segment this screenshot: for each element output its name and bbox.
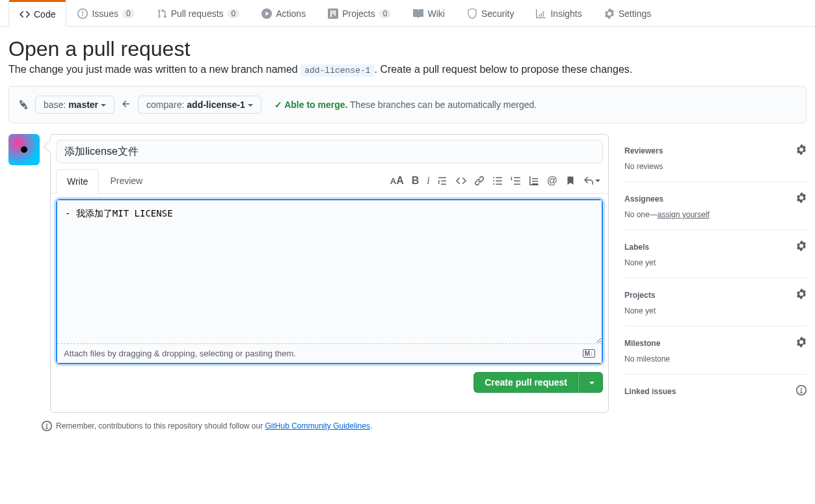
milestone-section: Milestone No milestone bbox=[624, 326, 807, 375]
base-branch-button[interactable]: base: master bbox=[35, 96, 114, 114]
tab-projects[interactable]: Projects 0 bbox=[317, 0, 402, 26]
merge-status: ✓ Able to merge. These branches can be a… bbox=[274, 99, 537, 110]
contribution-hint: Remember, contributions to this reposito… bbox=[42, 421, 815, 431]
assignees-gear[interactable] bbox=[796, 192, 807, 205]
create-pr-button[interactable]: Create pull request bbox=[474, 372, 578, 393]
shield-icon bbox=[467, 8, 477, 19]
projects-gear[interactable] bbox=[796, 289, 807, 301]
reviewers-gear[interactable] bbox=[796, 144, 807, 157]
labels-section: Labels None yet bbox=[624, 230, 807, 278]
reviewers-title: Reviewers bbox=[624, 146, 663, 155]
check-icon: ✓ bbox=[274, 99, 282, 110]
tab-insights[interactable]: Insights bbox=[525, 0, 593, 26]
code-icon bbox=[20, 9, 30, 20]
heading-button[interactable]: AA bbox=[390, 175, 404, 187]
tab-issues-label: Issues bbox=[92, 8, 118, 19]
italic-button[interactable]: i bbox=[427, 175, 429, 187]
tab-pulls-label: Pull requests bbox=[171, 8, 224, 19]
arrow-left-icon bbox=[121, 99, 131, 111]
tab-wiki[interactable]: Wiki bbox=[402, 0, 455, 26]
tab-insights-label: Insights bbox=[550, 8, 581, 19]
tab-settings[interactable]: Settings bbox=[593, 0, 663, 26]
pr-body-textarea[interactable] bbox=[57, 200, 602, 343]
ol-button[interactable] bbox=[511, 175, 521, 187]
compare-icon bbox=[18, 99, 29, 110]
issue-icon bbox=[77, 8, 88, 19]
reviewers-section: Reviewers No reviews bbox=[624, 134, 807, 182]
tab-actions-label: Actions bbox=[276, 8, 306, 19]
milestone-value: No milestone bbox=[624, 354, 807, 364]
compare-branch-button[interactable]: compare: add-license-1 bbox=[138, 96, 261, 114]
projects-value: None yet bbox=[624, 306, 807, 315]
quote-button[interactable] bbox=[438, 175, 448, 187]
tab-wiki-label: Wiki bbox=[427, 8, 444, 19]
page-subtitle: The change you just made was written to … bbox=[8, 64, 807, 75]
linked-issues-title: Linked issues bbox=[624, 387, 676, 396]
labels-value: None yet bbox=[624, 258, 807, 267]
assignees-value: No one—assign yourself bbox=[624, 210, 807, 219]
tab-settings-label: Settings bbox=[619, 8, 652, 19]
user-avatar[interactable] bbox=[8, 134, 40, 165]
milestone-title: Milestone bbox=[624, 339, 660, 348]
write-tab[interactable]: Write bbox=[56, 169, 99, 194]
tab-projects-label: Projects bbox=[342, 8, 375, 19]
tab-code[interactable]: Code bbox=[8, 0, 66, 27]
mention-button[interactable]: @ bbox=[547, 175, 557, 187]
attach-bar[interactable]: Attach files by dragging & dropping, sel… bbox=[57, 343, 602, 363]
caret-icon bbox=[248, 104, 253, 107]
code-button[interactable] bbox=[456, 175, 466, 187]
tab-actions[interactable]: Actions bbox=[250, 0, 317, 26]
reply-button[interactable] bbox=[583, 175, 600, 187]
compare-bar: base: master compare: add-license-1 ✓ Ab… bbox=[8, 86, 807, 124]
book-icon bbox=[413, 8, 423, 19]
tasklist-button[interactable] bbox=[529, 175, 539, 187]
page-header: Open a pull request The change you just … bbox=[0, 27, 815, 75]
md-toolbar: AA B i @ bbox=[390, 175, 603, 187]
repo-tabs: Code Issues 0 Pull requests 0 Actions Pr… bbox=[0, 0, 815, 27]
pr-form: Write Preview AA B i bbox=[50, 134, 609, 413]
ul-button[interactable] bbox=[492, 175, 503, 187]
tab-issues[interactable]: Issues 0 bbox=[66, 0, 145, 26]
project-icon bbox=[328, 8, 338, 19]
pr-title-input[interactable] bbox=[56, 140, 603, 163]
caret-icon bbox=[589, 382, 595, 384]
pr-icon bbox=[157, 8, 167, 19]
projects-section: Projects None yet bbox=[624, 278, 807, 326]
assign-yourself-link[interactable]: assign yourself bbox=[658, 210, 710, 219]
markdown-icon[interactable]: M↓ bbox=[583, 349, 595, 358]
pulls-count: 0 bbox=[228, 9, 240, 18]
caret-icon bbox=[101, 104, 106, 107]
milestone-gear[interactable] bbox=[796, 337, 807, 349]
tab-pulls[interactable]: Pull requests 0 bbox=[146, 0, 251, 26]
sidebar: Reviewers No reviews Assignees No one—as… bbox=[624, 134, 807, 413]
create-pr-dropdown[interactable] bbox=[578, 372, 603, 393]
graph-icon bbox=[536, 8, 546, 19]
linked-info-icon[interactable] bbox=[796, 385, 807, 397]
labels-gear[interactable] bbox=[796, 241, 807, 253]
new-branch-name: add-license-1 bbox=[301, 64, 374, 77]
tab-security[interactable]: Security bbox=[456, 0, 526, 26]
page-title: Open a pull request bbox=[8, 37, 807, 61]
link-button[interactable] bbox=[474, 175, 485, 187]
community-guidelines-link[interactable]: GitHub Community Guidelines bbox=[265, 421, 370, 431]
reference-button[interactable] bbox=[565, 175, 576, 187]
projects-count: 0 bbox=[379, 9, 392, 18]
tab-code-label: Code bbox=[34, 9, 55, 20]
info-icon bbox=[42, 421, 52, 431]
labels-title: Labels bbox=[624, 243, 649, 252]
preview-tab[interactable]: Preview bbox=[99, 168, 154, 193]
bold-button[interactable]: B bbox=[412, 175, 420, 187]
gear-icon bbox=[604, 8, 615, 19]
assignees-section: Assignees No one—assign yourself bbox=[624, 182, 807, 230]
reviewers-value: No reviews bbox=[624, 162, 807, 171]
linked-issues-section: Linked issues bbox=[624, 375, 807, 413]
play-icon bbox=[261, 8, 272, 19]
issues-count: 0 bbox=[122, 9, 135, 18]
tab-security-label: Security bbox=[481, 8, 514, 19]
assignees-title: Assignees bbox=[624, 194, 663, 204]
projects-title: Projects bbox=[624, 291, 655, 300]
